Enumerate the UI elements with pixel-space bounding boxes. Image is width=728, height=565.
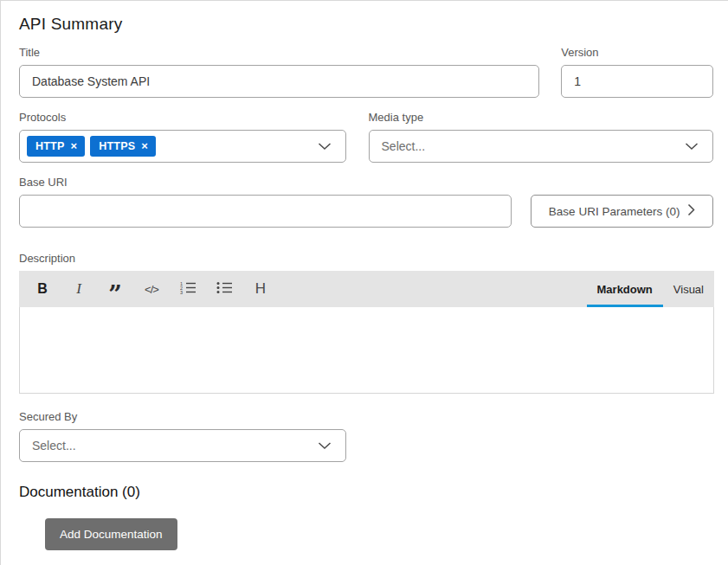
documentation-heading: Documentation (0)	[19, 484, 713, 501]
base-uri-label: Base URI	[19, 176, 512, 189]
chip-http-label: HTTP	[35, 140, 64, 152]
base-uri-field[interactable]	[19, 195, 512, 228]
chevron-right-icon	[687, 203, 695, 219]
ordered-list-button[interactable]: 1 2 3	[177, 277, 198, 301]
media-type-select[interactable]: Select...	[369, 130, 713, 163]
media-type-label: Media type	[369, 111, 713, 124]
chip-http-remove-icon[interactable]: ×	[70, 142, 77, 151]
tab-visual[interactable]: Visual	[663, 271, 714, 307]
code-button[interactable]: </>	[141, 277, 162, 301]
italic-button[interactable]: I	[68, 277, 89, 301]
row-protocols-media: Protocols HTTP × HTTPS × Media type Sele…	[19, 111, 713, 163]
page-title: API Summary	[19, 15, 713, 34]
chip-https-label: HTTPS	[99, 140, 135, 152]
editor-toolbar: B I ” </> 1 2 3	[19, 271, 714, 307]
description-label: Description	[19, 252, 713, 265]
unordered-list-button[interactable]	[214, 277, 235, 301]
secured-by-section: Secured By Select...	[19, 410, 713, 462]
secured-by-select[interactable]: Select...	[19, 429, 346, 462]
base-uri-parameters-label: Base URI Parameters (0)	[549, 205, 680, 218]
media-type-placeholder: Select...	[382, 139, 426, 153]
protocols-label: Protocols	[19, 111, 346, 124]
api-summary-panel: API Summary Title Version Protocols HTTP…	[0, 0, 728, 565]
bold-button[interactable]: B	[32, 277, 53, 301]
unordered-list-icon	[216, 280, 233, 298]
protocols-multiselect[interactable]: HTTP × HTTPS ×	[19, 130, 346, 163]
secured-by-placeholder: Select...	[32, 439, 76, 453]
row-title-version: Title Version	[19, 46, 713, 98]
version-field[interactable]	[561, 65, 713, 98]
add-documentation-button[interactable]: Add Documentation	[45, 518, 177, 550]
chevron-down-icon	[318, 143, 332, 151]
editor-tabs: Markdown Visual	[587, 271, 714, 307]
description-editor-content[interactable]	[19, 307, 714, 394]
chip-https: HTTPS ×	[90, 136, 156, 157]
title-field[interactable]	[19, 65, 539, 98]
title-label: Title	[19, 46, 539, 59]
heading-button[interactable]: H	[250, 277, 271, 301]
row-base-uri: Base URI Base URI Parameters (0)	[19, 176, 713, 228]
blockquote-button[interactable]: ”	[105, 277, 126, 301]
ordered-list-icon: 1 2 3	[180, 280, 196, 298]
base-uri-parameters-button[interactable]: Base URI Parameters (0)	[531, 195, 713, 228]
tab-markdown[interactable]: Markdown	[587, 271, 663, 307]
chip-http: HTTP ×	[27, 136, 85, 157]
chevron-down-icon	[685, 143, 699, 151]
chip-https-remove-icon[interactable]: ×	[141, 142, 148, 151]
svg-text:3: 3	[180, 290, 183, 295]
version-label: Version	[561, 46, 713, 59]
chevron-down-icon	[318, 442, 332, 450]
documentation-section: Documentation (0) Add Documentation	[19, 484, 713, 550]
secured-by-label: Secured By	[19, 410, 713, 423]
description-editor: B I ” </> 1 2 3	[19, 271, 714, 394]
description-section: Description B I ” </> 1 2 3	[19, 252, 713, 394]
